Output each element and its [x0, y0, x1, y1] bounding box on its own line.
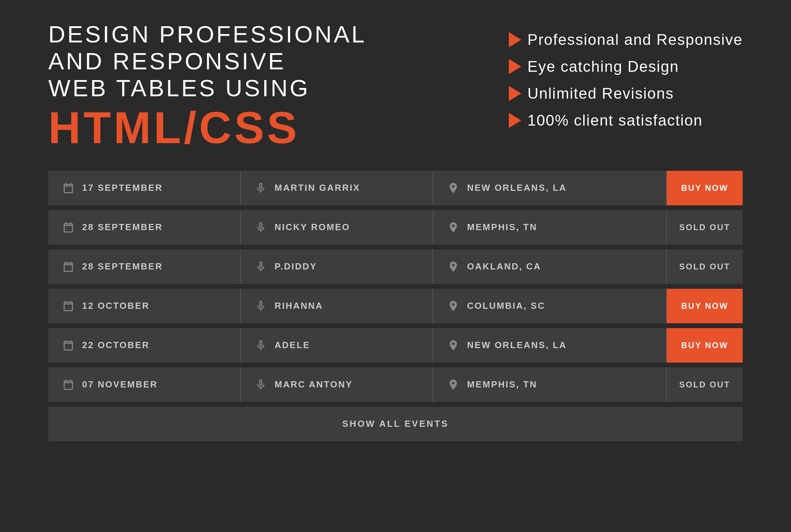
sold-out-button-6: SOLD OUT	[667, 367, 743, 402]
event-artist-6: MARC ANTONY	[275, 379, 353, 390]
event-location-4: COLUMBIA, SC	[467, 301, 545, 311]
event-location-cell-2: MEMPHIS, TN	[433, 210, 667, 245]
event-location-5: NEW ORLEANS, LA	[467, 340, 567, 351]
event-location-2: MEMPHIS, TN	[467, 222, 537, 233]
event-location-cell-5: NEW ORLEANS, LA	[433, 328, 667, 363]
event-date-5: 22 OCTOBER	[82, 340, 150, 351]
event-date-cell-5: 22 OCTOBER	[48, 328, 241, 363]
feature-text-4: 100% client satisfaction	[527, 112, 703, 129]
event-row-2: 28 SEPTEMBER NICKY ROMEO MEMPHIS, TN SOL…	[48, 210, 743, 245]
event-date-cell-1: 17 SEPTEMBER	[48, 171, 241, 205]
event-date-cell-6: 07 NOVEMBER	[48, 367, 241, 402]
event-date-1: 17 SEPTEMBER	[82, 183, 163, 193]
event-date-6: 07 NOVEMBER	[82, 379, 158, 390]
feature-item-1: Professional and Responsive	[509, 31, 743, 48]
event-date-3: 28 SEPTEMBER	[82, 261, 163, 272]
mic-icon-4	[255, 300, 267, 312]
event-action-cell-2: SOLD OUT	[667, 210, 743, 245]
mic-icon-1	[255, 182, 267, 194]
event-row-3: 28 SEPTEMBER P.DIDDY OAKLAND, CA SOLD OU…	[48, 249, 743, 284]
mic-icon-6	[255, 378, 267, 391]
event-date-cell-4: 12 OCTOBER	[48, 289, 241, 323]
arrow-icon-3	[509, 86, 521, 101]
event-action-cell-1[interactable]: BUY NOW	[667, 171, 743, 205]
event-location-3: OAKLAND, CA	[467, 261, 541, 272]
event-row-4: 12 OCTOBER RIHANNA COLUMBIA, SC BUY NOW	[48, 289, 743, 323]
calendar-icon-5	[62, 339, 75, 352]
show-all-events-button[interactable]: SHOW ALL EVENTS	[48, 407, 743, 441]
subtitle-line1: DESIGN PROFESSIONAL	[48, 21, 367, 47]
buy-now-button-5[interactable]: BUY NOW	[667, 328, 743, 363]
event-artist-5: ADELE	[275, 340, 310, 351]
location-icon-4	[447, 300, 459, 312]
event-artist-2: NICKY ROMEO	[275, 222, 350, 233]
event-artist-cell-2: NICKY ROMEO	[241, 210, 433, 245]
event-artist-1: MARTIN GARRIX	[275, 183, 360, 193]
subtitle-line3: WEB TABLES USING	[48, 75, 310, 101]
event-artist-4: RIHANNA	[275, 301, 323, 311]
mic-icon-5	[255, 339, 267, 352]
calendar-icon-1	[62, 182, 75, 194]
event-location-1: NEW ORLEANS, LA	[467, 183, 567, 193]
event-action-cell-6: SOLD OUT	[667, 367, 743, 402]
calendar-icon-3	[62, 260, 75, 273]
hero-title-highlight: HTML/CSS	[48, 105, 509, 150]
event-artist-cell-3: P.DIDDY	[241, 249, 433, 284]
page-wrapper: DESIGN PROFESSIONAL AND RESPONSIVE WEB T…	[0, 0, 791, 532]
arrow-icon-4	[509, 113, 521, 128]
hero-section: DESIGN PROFESSIONAL AND RESPONSIVE WEB T…	[48, 21, 743, 150]
event-artist-cell-6: MARC ANTONY	[241, 367, 433, 402]
feature-item-2: Eye catching Design	[509, 58, 743, 75]
event-location-cell-6: MEMPHIS, TN	[433, 367, 667, 402]
event-action-cell-3: SOLD OUT	[667, 249, 743, 284]
subtitle-line2: AND RESPONSIVE	[48, 48, 286, 74]
location-icon-1	[447, 182, 459, 194]
event-date-4: 12 OCTOBER	[82, 301, 150, 311]
location-icon-3	[447, 260, 459, 273]
buy-now-button-1[interactable]: BUY NOW	[667, 171, 743, 205]
events-section: 17 SEPTEMBER MARTIN GARRIX NEW ORLEANS, …	[48, 171, 743, 441]
feature-text-3: Unlimited Revisions	[527, 85, 674, 102]
buy-now-button-4[interactable]: BUY NOW	[667, 289, 743, 323]
event-artist-3: P.DIDDY	[275, 261, 317, 272]
hero-subtitle: DESIGN PROFESSIONAL AND RESPONSIVE WEB T…	[48, 21, 509, 102]
event-artist-cell-5: ADELE	[241, 328, 433, 363]
location-icon-6	[447, 378, 459, 391]
location-icon-2	[447, 221, 459, 234]
event-location-cell-1: NEW ORLEANS, LA	[433, 171, 667, 205]
event-location-cell-3: OAKLAND, CA	[433, 249, 667, 284]
hero-features: Professional and Responsive Eye catching…	[509, 21, 743, 129]
sold-out-button-2: SOLD OUT	[667, 210, 743, 245]
event-date-cell-3: 28 SEPTEMBER	[48, 249, 241, 284]
event-row-5: 22 OCTOBER ADELE NEW ORLEANS, LA BUY NOW	[48, 328, 743, 363]
mic-icon-2	[255, 221, 267, 234]
sold-out-button-3: SOLD OUT	[667, 249, 743, 284]
event-date-cell-2: 28 SEPTEMBER	[48, 210, 241, 245]
location-icon-5	[447, 339, 459, 352]
event-row-6: 07 NOVEMBER MARC ANTONY MEMPHIS, TN SOLD…	[48, 367, 743, 402]
show-all-label: SHOW ALL EVENTS	[342, 418, 448, 429]
hero-left: DESIGN PROFESSIONAL AND RESPONSIVE WEB T…	[48, 21, 509, 150]
event-artist-cell-1: MARTIN GARRIX	[241, 171, 433, 205]
mic-icon-3	[255, 260, 267, 273]
event-artist-cell-4: RIHANNA	[241, 289, 433, 323]
feature-item-3: Unlimited Revisions	[509, 85, 743, 102]
calendar-icon-6	[62, 378, 75, 391]
event-location-cell-4: COLUMBIA, SC	[433, 289, 667, 323]
calendar-icon-4	[62, 300, 75, 312]
event-row-1: 17 SEPTEMBER MARTIN GARRIX NEW ORLEANS, …	[48, 171, 743, 205]
event-location-6: MEMPHIS, TN	[467, 379, 537, 390]
arrow-icon-1	[509, 32, 521, 47]
feature-text-1: Professional and Responsive	[527, 31, 743, 48]
feature-text-2: Eye catching Design	[527, 58, 679, 75]
calendar-icon-2	[62, 221, 75, 234]
event-action-cell-4[interactable]: BUY NOW	[667, 289, 743, 323]
feature-item-4: 100% client satisfaction	[509, 112, 743, 129]
event-date-2: 28 SEPTEMBER	[82, 222, 163, 233]
arrow-icon-2	[509, 59, 521, 74]
event-action-cell-5[interactable]: BUY NOW	[667, 328, 743, 363]
